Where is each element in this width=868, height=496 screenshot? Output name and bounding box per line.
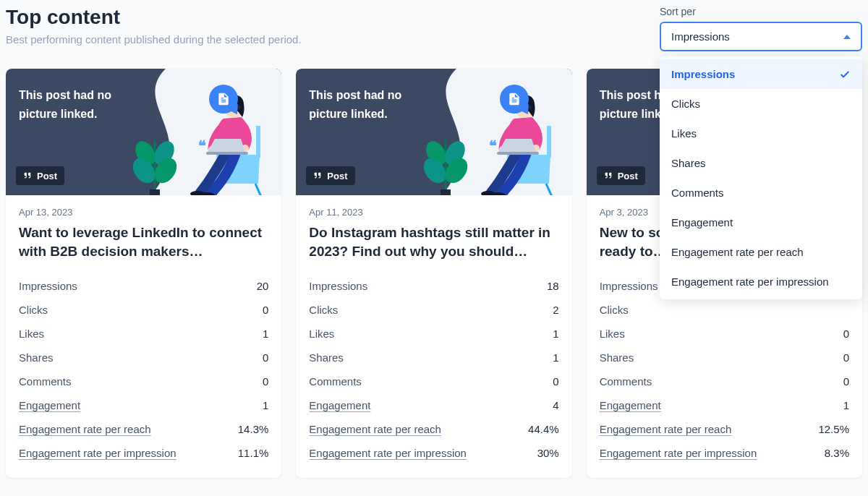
post-badge: Post <box>16 166 64 185</box>
metric-clicks: Clicks <box>600 298 849 322</box>
svg-rect-27 <box>497 152 539 155</box>
post-badge: Post <box>597 166 645 185</box>
card-title[interactable]: Do Instagram hashtags still matter in 20… <box>309 223 558 261</box>
dropdown-item-impressions[interactable]: Impressions <box>660 59 862 89</box>
content-card[interactable]: This post had no picture linked. <box>6 69 281 478</box>
metric-likes: Likes0 <box>600 322 849 346</box>
card-date: Apr 11, 2023 <box>309 207 558 218</box>
metric-eri[interactable]: Engagement rate per impression11.1% <box>19 441 268 465</box>
quote-icon <box>313 170 323 181</box>
hero-placeholder-text: This post had no picture linked. <box>309 86 401 123</box>
metric-engagement[interactable]: Engagement1 <box>19 393 268 417</box>
dropdown-item-err[interactable]: Engagement rate per reach <box>660 237 862 267</box>
dropdown-item-engagement[interactable]: Engagement <box>660 208 862 237</box>
metric-likes: Likes1 <box>309 322 558 346</box>
content-card[interactable]: This post had no picture linked. <box>296 69 571 478</box>
check-icon <box>839 69 851 80</box>
dropdown-item-shares[interactable]: Shares <box>660 148 862 178</box>
svg-rect-5 <box>256 126 260 158</box>
metric-comments: Comments0 <box>309 369 558 393</box>
metric-likes: Likes1 <box>19 322 268 346</box>
chevron-up-icon <box>843 35 851 39</box>
metric-impressions: Impressions20 <box>19 274 268 298</box>
page-subtitle: Best performing content published during… <box>6 33 660 46</box>
sort-dropdown: Impressions Clicks Likes Shares Comments… <box>660 56 862 299</box>
card-title[interactable]: Want to leverage LinkedIn to connect wit… <box>19 223 268 261</box>
card-hero: This post had no picture linked. <box>296 69 571 195</box>
quote-decor-icon: ❝ <box>489 137 497 155</box>
svg-rect-0 <box>150 189 160 195</box>
dropdown-item-eri[interactable]: Engagement rate per impression <box>660 267 862 296</box>
sort-select[interactable]: Impressions <box>660 22 862 51</box>
metric-eri[interactable]: Engagement rate per impression8.3% <box>600 441 849 465</box>
hero-illustration: ❝ <box>108 69 281 195</box>
metric-shares: Shares0 <box>19 346 268 369</box>
card-date: Apr 13, 2023 <box>19 207 268 218</box>
svg-line-22 <box>546 184 552 195</box>
svg-rect-20 <box>547 126 551 158</box>
sort-label: Sort per <box>660 6 862 17</box>
hero-illustration: ❝ <box>399 69 572 195</box>
metric-clicks: Clicks2 <box>309 298 558 322</box>
quote-icon <box>23 170 33 181</box>
post-badge: Post <box>306 166 354 185</box>
metric-comments: Comments0 <box>600 369 849 393</box>
metric-engagement[interactable]: Engagement4 <box>309 393 558 417</box>
quote-decor-icon: ❝ <box>198 137 206 155</box>
metric-comments: Comments0 <box>19 369 268 393</box>
metric-clicks: Clicks0 <box>19 298 268 322</box>
metric-err[interactable]: Engagement rate per reach12.5% <box>600 417 849 441</box>
card-hero: This post had no picture linked. <box>6 69 281 195</box>
page-title: Top content <box>6 6 660 29</box>
metric-err[interactable]: Engagement rate per reach14.3% <box>19 417 268 441</box>
dropdown-item-likes[interactable]: Likes <box>660 119 862 148</box>
dropdown-item-comments[interactable]: Comments <box>660 178 862 208</box>
metric-shares: Shares1 <box>309 346 558 369</box>
hero-placeholder-text: This post had no picture linked. <box>19 86 111 123</box>
svg-line-7 <box>255 184 261 195</box>
svg-rect-12 <box>206 152 248 155</box>
metric-err[interactable]: Engagement rate per reach44.4% <box>309 417 558 441</box>
metric-engagement[interactable]: Engagement1 <box>600 393 849 417</box>
metric-eri[interactable]: Engagement rate per impression30% <box>309 441 558 465</box>
metric-shares: Shares0 <box>600 346 849 369</box>
metric-impressions: Impressions18 <box>309 274 558 298</box>
sort-selected-value: Impressions <box>671 30 730 43</box>
svg-rect-15 <box>441 189 451 195</box>
quote-icon <box>604 170 613 181</box>
dropdown-item-clicks[interactable]: Clicks <box>660 89 862 119</box>
